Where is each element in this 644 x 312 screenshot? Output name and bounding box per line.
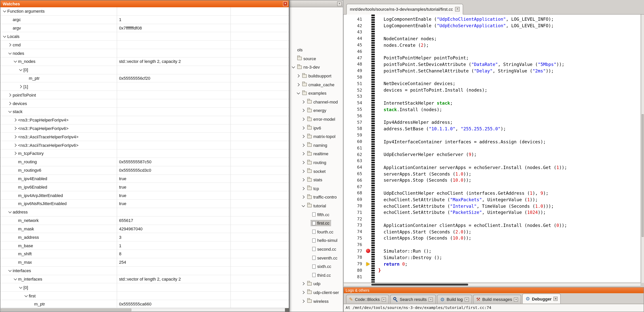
column-divider[interactable] [230,7,231,308]
chevron-right-icon[interactable] [300,184,306,193]
chevron-down-icon[interactable] [23,292,29,300]
watch-row[interactable]: m_ipv4ArpJitterEnabledtrue [0,191,289,200]
watch-value[interactable]: 1 [117,16,289,24]
editor-tab[interactable]: mnt/dev/tools/source/ns-3-dev/examples/t… [346,4,463,14]
watch-value[interactable] [117,267,289,275]
code-line[interactable]: 79 return 0; [344,261,640,267]
tree-item[interactable]: naming [290,141,343,150]
tree-item[interactable]: stats [290,175,343,184]
code-line[interactable]: 46 [344,48,640,55]
breakpoint-margin[interactable] [365,190,371,196]
tree-item[interactable]: ols [290,46,343,54]
watch-value[interactable] [117,124,289,133]
watch-value[interactable] [117,83,289,91]
code-line[interactable]: 56 [344,113,640,119]
code-line[interactable]: 54 InternetStackHelper stack; [344,100,640,106]
chevron-down-icon[interactable] [295,89,301,98]
watch-row[interactable]: m_ptr0x55555556cf20 [0,74,289,83]
breakpoint-margin[interactable] [365,74,371,80]
breakpoint-margin[interactable] [365,274,371,280]
editor-vscrollbar[interactable] [641,14,644,283]
chevron-down-icon[interactable] [7,49,13,57]
watch-value[interactable]: true [117,174,289,183]
breakpoint-margin[interactable] [365,126,371,132]
tree-item[interactable]: error-model [290,115,343,124]
close-icon[interactable]: × [428,297,433,302]
watch-row[interactable]: first [0,292,289,300]
code-line[interactable]: 66 serverApps.Stop (Seconds (10.0)); [344,177,640,184]
watch-row[interactable]: m_ipv6NsRsJitterEnabledtrue [0,200,289,208]
watches-titlebar[interactable]: Watches × [0,0,289,7]
code-line[interactable]: 76 [344,241,640,248]
tree-item[interactable]: second.cc [290,245,343,253]
chevron-right-icon[interactable] [300,150,306,158]
breakpoint-margin[interactable] [365,177,371,184]
watch-row[interactable]: stack [0,108,289,116]
tree-item[interactable]: third.cc [290,271,343,279]
tree-item[interactable]: udp [290,279,343,288]
watch-value[interactable] [117,108,289,116]
watch-value[interactable]: 3 [117,233,289,241]
tree-item[interactable]: realtime [290,150,343,158]
breakpoint-margin[interactable] [365,119,371,126]
code-line[interactable]: 67 [344,183,640,190]
tree-item[interactable]: matrix-topol [290,132,343,141]
chevron-right-icon[interactable] [12,150,18,157]
watch-value[interactable] [117,66,289,74]
watch-value[interactable] [117,49,289,57]
chevron-down-icon[interactable] [12,57,18,66]
code-line[interactable]: 71 echoClient.SetAttribute ("PacketSize"… [344,209,640,216]
breakpoint-margin[interactable] [365,229,371,235]
code-line[interactable]: 51 NetDeviceContainer devices; [344,80,640,87]
close-icon[interactable]: × [455,7,460,11]
tab-search-results[interactable]: Search results× [390,295,436,304]
watch-value[interactable]: std::vector of length 2, capacity 2 [117,275,289,283]
watch-value[interactable]: 254 [117,258,289,266]
chevron-down-icon[interactable] [18,284,24,292]
watch-value[interactable] [117,150,289,157]
breakpoint-margin[interactable] [365,93,371,100]
watch-value[interactable]: 0x555555587c50 [117,158,289,166]
watch-row[interactable]: m_base1 [0,241,289,250]
chevron-right-icon[interactable] [295,80,301,89]
tree-item[interactable]: energy [290,106,343,115]
watch-value[interactable]: true [117,191,289,199]
code-line[interactable]: 47 PointToPointHelper pointToPoint; [344,55,640,61]
chevron-right-icon[interactable] [300,124,306,132]
chevron-right-icon[interactable] [7,91,13,99]
watch-value[interactable]: 0x5555555ca660 [117,300,289,308]
code-line[interactable]: 57 Ipv4AddressHelper address; [344,119,640,126]
watch-row[interactable]: m_address3 [0,233,289,242]
breakpoint-margin[interactable] [365,48,371,55]
close-icon[interactable]: × [465,297,469,302]
watch-row[interactable]: m_mask4294967040 [0,225,289,233]
watch-value[interactable] [117,133,289,141]
code-line[interactable]: 65 serverApps.Start (Seconds (1.0)); [344,170,640,177]
code-line[interactable]: 41 LogComponentEnable ("UdpEchoClientApp… [344,16,640,23]
code-line[interactable]: 60 Ipv4InterfaceContainer interfaces = a… [344,138,640,145]
watch-row[interactable]: address [0,208,289,217]
watch-row[interactable]: m_ptr0x5555555ca660 [0,300,289,308]
code-line[interactable]: 74 clientApps.Start (Seconds (2.0)); [344,229,640,235]
watch-row[interactable]: <ns3::PcapHelperForIpv6> [0,124,289,133]
watch-value[interactable]: true [117,200,289,208]
watch-value[interactable]: 655617 [117,216,289,224]
chevron-down-icon[interactable] [290,63,296,71]
watch-row[interactable]: cmd [0,41,289,49]
tab-build-messages[interactable]: ⚒Build messages× [473,295,521,304]
breakpoint-margin[interactable] [365,42,371,48]
code-line[interactable]: 77 Simulator::Run (); [344,248,640,254]
chevron-right-icon[interactable] [7,99,13,107]
breakpoint-margin[interactable] [365,261,371,267]
chevron-right-icon[interactable] [18,83,24,91]
code-line[interactable]: 45 nodes.Create (2); [344,42,640,48]
breakpoint-margin[interactable] [365,241,371,248]
breakpoint-margin[interactable] [365,151,371,158]
code-line[interactable]: 61 [344,145,640,152]
watch-row[interactable]: m_routing0x555555587c50 [0,158,289,166]
breakpoint-margin[interactable] [365,170,371,177]
chevron-right-icon[interactable] [300,158,306,167]
watch-value[interactable]: 8 [117,250,289,258]
watch-row[interactable]: m_tcpFactory [0,150,289,158]
code-line[interactable]: 62 UdpEchoServerHelper echoServer (9); [344,151,640,158]
